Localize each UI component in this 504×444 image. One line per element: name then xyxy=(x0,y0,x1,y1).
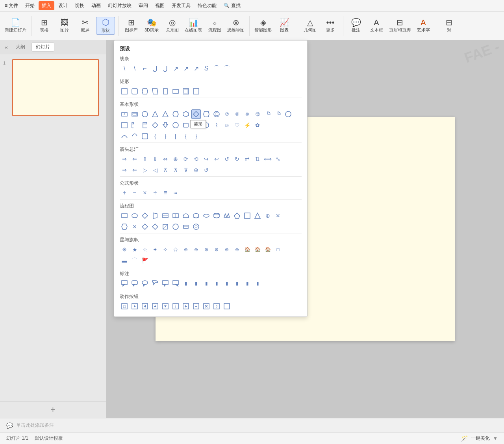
shape-star-14[interactable]: 🏠 xyxy=(253,245,262,254)
shape-rect-2[interactable] xyxy=(130,87,139,96)
shape-arrow-8[interactable]: ⟲ xyxy=(191,154,201,164)
shape-flow-10[interactable] xyxy=(212,211,221,220)
shape-arrow-5[interactable]: ⇔ xyxy=(161,154,170,164)
shape-basic-35[interactable]: { xyxy=(150,131,160,141)
shape-flow-13[interactable] xyxy=(243,211,252,220)
shape-basic-19[interactable] xyxy=(130,120,139,130)
shape-basic-21[interactable] xyxy=(150,120,160,130)
shape-callout-12[interactable]: ▮ xyxy=(232,279,242,288)
shape-rect-5[interactable] xyxy=(161,87,170,96)
shape-formula-3[interactable]: × xyxy=(140,188,150,198)
shape-callout-6[interactable] xyxy=(171,279,180,288)
shape-arrow-7[interactable]: ⟳ xyxy=(181,154,191,164)
shape-callout-13[interactable]: ▮ xyxy=(243,279,252,288)
arttext-button[interactable]: A 艺术字 xyxy=(414,18,433,34)
shape-basic-4[interactable] xyxy=(150,109,160,119)
shape-flow-11[interactable] xyxy=(222,211,232,220)
shape-arrow-15[interactable]: ⟺ xyxy=(263,154,272,164)
shape-flow-6[interactable] xyxy=(171,211,180,220)
shape-star-7[interactable]: ⊕ xyxy=(181,245,191,254)
shape-star-8[interactable]: ⊕ xyxy=(191,245,201,254)
sidebar-slides-tab[interactable]: 幻灯片 xyxy=(32,43,54,52)
shape-basic-38[interactable]: { xyxy=(181,131,191,141)
shape-callout-1[interactable] xyxy=(120,279,129,288)
shape-arrow-14[interactable]: ⇅ xyxy=(253,154,262,164)
shape-formula-1[interactable]: + xyxy=(120,188,129,198)
shape-basic-11[interactable]: ⑦ xyxy=(222,109,232,119)
shape-line-10[interactable]: ⌒ xyxy=(212,64,221,73)
shape-flag-1[interactable]: ▬ xyxy=(120,256,129,265)
shape-star-16[interactable]: □ xyxy=(273,245,283,254)
shape-callout-14[interactable]: ▮ xyxy=(253,279,262,288)
menu-review[interactable]: 审阅 xyxy=(135,1,151,10)
shape-arrow-9[interactable]: ↪ xyxy=(202,154,211,164)
shape-line-2[interactable]: \ xyxy=(130,64,139,73)
geofig-button[interactable]: △ 几何图 xyxy=(300,18,319,34)
align-button[interactable]: ⊟ 对 xyxy=(439,18,458,34)
shape-flow-15[interactable]: ⊕ xyxy=(263,211,272,220)
shape-basic-17[interactable] xyxy=(284,109,293,119)
shape-basic-6[interactable] xyxy=(171,109,180,119)
shape-arrow-17[interactable]: ⇒ xyxy=(120,165,129,175)
shape-basic-32[interactable] xyxy=(120,131,129,141)
shape-action-3[interactable] xyxy=(140,302,150,311)
shape-basic-1[interactable]: A xyxy=(120,109,129,119)
shape-arrow-1[interactable]: ⇒ xyxy=(120,154,129,164)
shape-flow-14[interactable] xyxy=(253,211,262,220)
shape-flow-4[interactable] xyxy=(150,211,160,220)
shape-basic-22[interactable] xyxy=(161,120,170,130)
shape-arrow-3[interactable]: ⇑ xyxy=(140,154,150,164)
relation-button[interactable]: ◎ 关系图 xyxy=(163,18,182,34)
shape-formula-5[interactable]: ≡ xyxy=(161,188,170,198)
shape-flow-8[interactable] xyxy=(191,211,201,220)
shape-flag-3[interactable]: 🚩 xyxy=(140,256,150,265)
shape-flag-2[interactable]: ⌒ xyxy=(130,256,139,265)
shape-arrow-2[interactable]: ⇐ xyxy=(130,154,139,164)
shape-rect-7[interactable] xyxy=(181,87,191,96)
beautify-label[interactable]: 一键美化 xyxy=(471,435,490,442)
flowchart-button[interactable]: ⬦ 流程图 xyxy=(205,18,224,34)
shape-flow-3[interactable] xyxy=(140,211,150,220)
shape-callout-2[interactable] xyxy=(130,279,139,288)
shape-arrow-19[interactable]: ▷ xyxy=(140,165,150,175)
shape-basic-5[interactable] xyxy=(161,109,170,119)
online-chart-button[interactable]: 📊 在线图表 xyxy=(183,18,204,34)
shape-line-9[interactable]: S xyxy=(202,64,211,73)
shape-basic-30[interactable]: ⚡ xyxy=(243,120,252,130)
shape-callout-11[interactable]: ▮ xyxy=(222,279,232,288)
shape-callout-7[interactable]: ▮ xyxy=(181,279,191,288)
menu-devtools[interactable]: 开发工具 xyxy=(169,1,194,10)
shape-arrow-11[interactable]: ↺ xyxy=(222,154,232,164)
comment-button[interactable]: 💬 批注 xyxy=(346,18,365,34)
shape-flow-5[interactable] xyxy=(161,211,170,220)
shape-arrow-25[interactable]: ↺ xyxy=(202,165,211,175)
shape-callout-9[interactable]: ▮ xyxy=(202,279,211,288)
shape-callout-8[interactable]: ▮ xyxy=(191,279,201,288)
textbox-button[interactable]: A 文本框 xyxy=(367,18,386,34)
shape-basic-14[interactable]: ⑫ xyxy=(253,109,262,119)
shape-line-11[interactable]: ⌒ xyxy=(222,64,232,73)
shape-flow-12[interactable] xyxy=(232,211,242,220)
shape-flow-2[interactable] xyxy=(130,211,139,220)
shape-line-4[interactable]: ل xyxy=(150,64,160,73)
shape-line-7[interactable]: ↗ xyxy=(181,64,191,73)
shape-basic-28[interactable]: ☺ xyxy=(222,120,232,130)
header-button[interactable]: ⊟ 页眉和页脚 xyxy=(387,18,412,34)
shape-callout-5[interactable] xyxy=(161,279,170,288)
shape-action-5[interactable] xyxy=(161,302,170,311)
menu-design[interactable]: 设计 xyxy=(55,1,71,10)
shape-star-6[interactable]: ✩ xyxy=(171,245,180,254)
shape-flow-7[interactable] xyxy=(181,211,191,220)
screenshot-button[interactable]: ✂ 截屏 xyxy=(76,18,94,34)
more-button[interactable]: ••• 更多 xyxy=(321,18,340,34)
3d-button[interactable]: 🎭 3D演示 xyxy=(142,18,161,34)
shape-flow-18[interactable]: ✕ xyxy=(130,222,139,231)
shape-basic-15[interactable] xyxy=(263,109,272,119)
smartshape-button[interactable]: ◈ 智能图形 xyxy=(253,18,273,34)
shape-arrow-13[interactable]: ⇄ xyxy=(243,154,252,164)
shape-action-6[interactable]: i xyxy=(171,302,180,311)
menu-file[interactable]: ≡ 文件 xyxy=(2,1,21,10)
shape-flow-23[interactable] xyxy=(181,222,191,231)
shape-basic-34[interactable] xyxy=(140,131,150,141)
chart-button[interactable]: 📈 图表 xyxy=(275,18,294,34)
